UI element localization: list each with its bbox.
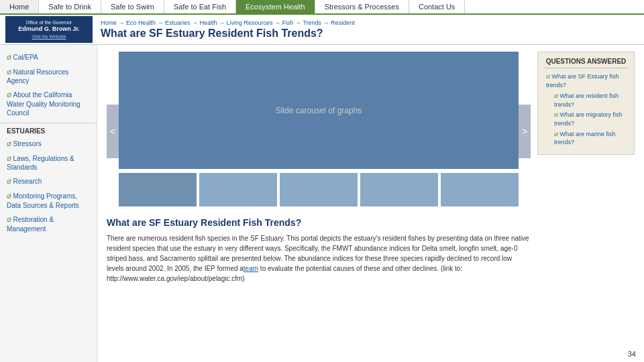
right-panel-area: < Slide carousel of graphs [107,52,635,284]
q-item-sf-estuary-fish[interactable]: What are SF Estuary fish trends? [543,72,629,89]
sidebar-item-calepa[interactable]: Cal/EPA [0,50,97,65]
article-title: What are SF Estuary Resident Fish Trends… [107,217,531,228]
q-sub-item-resident[interactable]: What are resident fish trends? [543,92,629,109]
breadcrumb-text: Home → Eco Health → Estuaries → Health →… [101,19,355,26]
sidebar-item-research[interactable]: Research [0,174,97,189]
main-layout: Cal/EPA Natural Resources Agency About t… [0,45,644,362]
nav-safe-swim[interactable]: Safe to Swim [101,0,164,13]
page-number: 34 [628,350,636,358]
sidebar-item-restoration[interactable]: Restoration & Management [0,213,97,236]
logo-text: Office of the Governor Edmund G. Brown J… [18,19,80,40]
sidebar-item-water-quality[interactable]: About the California Water Quality Monit… [0,88,97,120]
questions-panel: QUESTIONS ANSWERED What are SF Estuary f… [537,52,635,155]
page-header: Office of the Governor Edmund G. Brown J… [0,15,644,45]
breadcrumb: Home → Eco Health → Estuaries → Health →… [101,19,639,26]
carousel-thumbnails [119,173,519,206]
governor-logo[interactable]: Office of the Governor Edmund G. Brown J… [5,16,93,43]
nav-ecosystem[interactable]: Ecosystem Health [236,0,315,13]
carousel-thumb-1[interactable] [119,173,197,206]
carousel-container: < Slide carousel of graphs [107,52,531,210]
nav-home[interactable]: Home [0,0,39,13]
nav-contact[interactable]: Contact Us [409,0,465,13]
carousel-placeholder-text: Slide carousel of graphs [276,106,362,115]
content-main: < Slide carousel of graphs [107,52,531,284]
content-area: < Slide carousel of graphs [97,45,644,362]
logo-link[interactable]: Visit his Website [18,34,80,40]
carousel-prev-button[interactable]: < [107,105,119,158]
sidebar-item-natural-resources[interactable]: Natural Resources Agency [0,65,97,88]
sidebar-item-stressors[interactable]: Stressors [0,137,97,152]
top-navigation: Home Safe to Drink Safe to Swim Safe to … [0,0,644,15]
carousel-thumb-3[interactable] [280,173,358,206]
sidebar-item-monitoring[interactable]: Monitoring Programs, Data Sources & Repo… [0,189,97,213]
carousel-thumb-5[interactable] [441,173,519,206]
carousel-thumb-2[interactable] [199,173,277,206]
sidebar: Cal/EPA Natural Resources Agency About t… [0,45,97,362]
questions-title: QUESTIONS ANSWERED [543,58,629,68]
article-team-link[interactable]: team [244,265,258,272]
sidebar-section-estuaries: ESTUARIES [0,123,97,137]
page-title: What are SF Estuary Resident Fish Trends… [101,27,639,40]
nav-safe-eat[interactable]: Safe to Eat Fish [164,0,236,13]
sidebar-item-laws[interactable]: Laws, Regulations & Standards [0,152,97,175]
nav-stressors[interactable]: Stressors & Processes [315,0,409,13]
carousel-next-button[interactable]: > [519,105,531,158]
logo-line1: Office of the Governor [18,19,80,25]
q-sub-item-migratory[interactable]: What are migratory fish trends? [543,111,629,127]
article-body: There are numerous resident fish species… [107,233,531,284]
header-title-area: Home → Eco Health → Estuaries → Health →… [101,19,639,40]
carousel-wrapper: Slide carousel of graphs [119,52,519,210]
carousel-main-slide: Slide carousel of graphs [119,52,519,169]
q-sub-item-marine[interactable]: What are marine fish trends? [543,130,629,147]
carousel-thumb-4[interactable] [360,173,438,206]
logo-line2: Edmund G. Brown Jr. [18,25,80,34]
nav-safe-drink[interactable]: Safe to Drink [39,0,101,13]
